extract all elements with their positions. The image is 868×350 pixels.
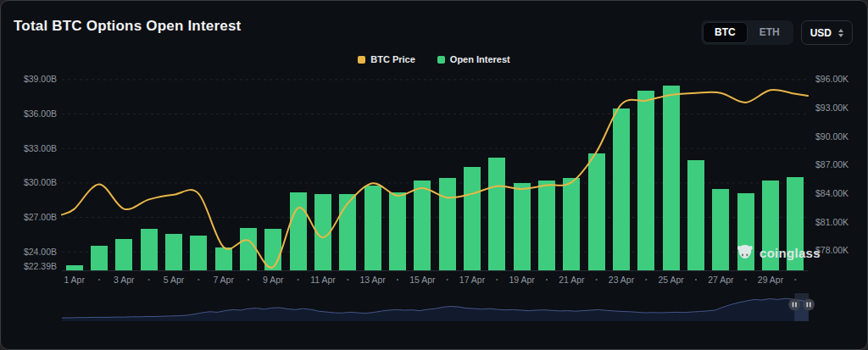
- navigator-handle-grip-icon: [793, 303, 794, 308]
- x-axis-minor-tick: [745, 279, 747, 281]
- x-axis-minor-tick: [695, 279, 697, 281]
- left-axis-tick-label: $33.00B: [24, 143, 57, 153]
- oi-bar[interactable]: [141, 229, 158, 270]
- x-axis-tick-label: 11 Apr: [310, 275, 336, 285]
- left-axis-tick-label: $27.00B: [24, 212, 57, 222]
- x-axis-minor-tick: [645, 279, 647, 281]
- oi-bar[interactable]: [414, 181, 431, 270]
- options-open-interest-card: Total BTC Options Open Interest BTC ETH …: [0, 0, 868, 350]
- oi-bar[interactable]: [787, 177, 804, 270]
- x-axis-tick-label: 15 Apr: [409, 275, 436, 285]
- x-axis-minor-tick: [347, 279, 348, 281]
- x-axis-minor-tick: [397, 279, 398, 281]
- oi-bar[interactable]: [364, 186, 381, 270]
- oi-bar[interactable]: [588, 153, 605, 270]
- x-axis-tick-label: 19 Apr: [509, 275, 535, 285]
- navigator-handle-grip-icon: [795, 303, 797, 308]
- x-axis-minor-tick: [447, 279, 448, 281]
- navigator-handle-grip-icon: [810, 303, 811, 308]
- right-axis-tick-label: $93.00K: [815, 103, 849, 113]
- oi-bar[interactable]: [637, 91, 654, 270]
- x-axis-tick-label: 13 Apr: [359, 275, 386, 285]
- right-axis-tick-label: $87.00K: [815, 159, 849, 169]
- x-axis-tick-label: 27 Apr: [708, 275, 734, 285]
- chart-canvas[interactable]: $39.00B$36.00B$33.00B$30.00B$27.00B$24.0…: [1, 1, 868, 350]
- oi-bar[interactable]: [389, 192, 406, 270]
- x-axis-tick-label: 25 Apr: [658, 275, 684, 285]
- left-axis-tick-label: $22.39B: [24, 261, 57, 271]
- right-axis-tick-label: $84.00K: [815, 188, 849, 198]
- x-axis-minor-tick: [148, 279, 150, 281]
- left-axis-tick-label: $36.00B: [24, 108, 57, 119]
- left-axis-tick-label: $39.00B: [24, 74, 57, 84]
- navigator-handle-grip-icon: [806, 303, 808, 308]
- x-axis-tick-label: 1 Apr: [64, 275, 85, 285]
- x-axis-tick-label: 23 Apr: [609, 275, 635, 285]
- x-axis-tick-label: 3 Apr: [114, 275, 135, 285]
- x-axis-tick-label: 5 Apr: [164, 275, 185, 285]
- oi-bar[interactable]: [190, 236, 207, 270]
- oi-bar[interactable]: [215, 247, 232, 270]
- oi-bar[interactable]: [290, 192, 307, 270]
- x-axis-minor-tick: [198, 279, 199, 281]
- x-axis-tick-label: 21 Apr: [559, 275, 585, 285]
- x-axis-minor-tick: [794, 279, 796, 281]
- oi-bar[interactable]: [762, 181, 779, 270]
- x-axis-tick-label: 29 Apr: [758, 275, 784, 285]
- oi-bar[interactable]: [563, 178, 580, 270]
- oi-bar[interactable]: [439, 178, 456, 270]
- x-axis-minor-tick: [546, 279, 548, 281]
- oi-bar[interactable]: [66, 265, 83, 270]
- oi-bar[interactable]: [165, 234, 182, 271]
- oi-bar[interactable]: [464, 167, 481, 270]
- oi-bar[interactable]: [613, 108, 630, 270]
- oi-bar[interactable]: [514, 183, 531, 270]
- x-axis-minor-tick: [298, 279, 299, 281]
- left-axis-tick-label: $24.00B: [24, 247, 57, 257]
- x-axis-tick-label: 7 Apr: [213, 275, 234, 285]
- x-axis-minor-tick: [248, 279, 249, 281]
- navigator-handle[interactable]: [788, 299, 800, 311]
- oi-bar[interactable]: [712, 189, 729, 270]
- right-axis-tick-label: $81.00K: [815, 217, 849, 227]
- oi-bar[interactable]: [687, 160, 704, 270]
- oi-bar[interactable]: [91, 246, 108, 270]
- x-axis-minor-tick: [596, 279, 598, 281]
- oi-bar[interactable]: [663, 86, 680, 270]
- oi-bar[interactable]: [240, 228, 257, 270]
- x-axis-minor-tick: [496, 279, 498, 281]
- x-axis-minor-tick: [98, 279, 100, 281]
- oi-bar[interactable]: [339, 194, 356, 270]
- oi-bar[interactable]: [264, 229, 281, 270]
- x-axis-tick-label: 17 Apr: [459, 275, 486, 285]
- oi-bar[interactable]: [538, 181, 555, 270]
- oi-bar[interactable]: [488, 158, 505, 270]
- right-axis-tick-label: $78.00K: [815, 245, 849, 255]
- navigator-area[interactable]: [62, 298, 809, 321]
- oi-bar[interactable]: [737, 193, 754, 270]
- left-axis-tick-label: $30.00B: [24, 177, 57, 187]
- right-axis-tick-label: $90.00K: [815, 131, 849, 142]
- navigator-handle[interactable]: [803, 299, 815, 311]
- right-axis-tick-label: $96.00K: [815, 74, 849, 84]
- x-axis-tick-label: 9 Apr: [263, 275, 284, 285]
- oi-bar[interactable]: [115, 239, 132, 270]
